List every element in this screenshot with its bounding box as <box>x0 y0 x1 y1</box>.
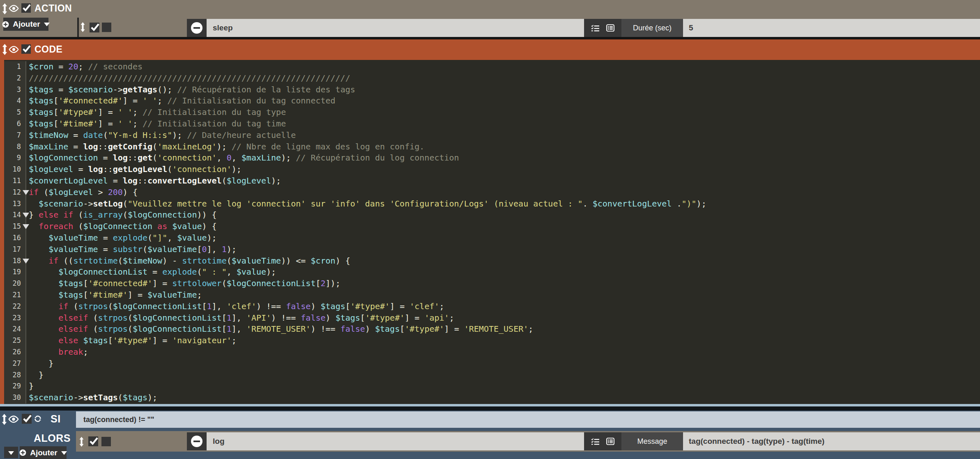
row-enabled-checkbox[interactable] <box>90 23 99 32</box>
drag-handle-icon[interactable] <box>2 44 7 55</box>
code-text[interactable]: foreach ($logConnection as $value) { <box>26 221 217 232</box>
code-text[interactable]: $logConnectionList = explode(" : ", $val… <box>26 266 276 278</box>
line-number: 9 <box>4 152 26 164</box>
code-line[interactable]: 19 $logConnectionList = explode(" : ", $… <box>4 266 980 278</box>
code-line[interactable]: 13 $scenario->setLog("Veuillez mettre le… <box>4 198 980 210</box>
code-text[interactable]: $cron = 20; // secondes <box>26 61 143 73</box>
eye-icon[interactable] <box>8 46 19 53</box>
list-check-icon[interactable] <box>591 25 600 32</box>
code-editor[interactable]: 1$cron = 20; // secondes2///////////////… <box>0 60 980 404</box>
list-check-icon[interactable] <box>591 438 600 445</box>
drag-handle-icon[interactable] <box>2 414 7 425</box>
code-line[interactable]: 15 foreach ($logConnection as $value) { <box>4 221 980 232</box>
code-line[interactable]: 27 } <box>4 358 980 369</box>
code-line[interactable]: 3$tags = $scenario->getTags(); // Récupé… <box>4 84 980 96</box>
code-text[interactable]: $tags['#time#'] = $valueTime; <box>26 289 202 301</box>
table-list-icon[interactable] <box>606 438 614 445</box>
code-line[interactable]: 10$logLevel = log::getLogLevel('connecti… <box>4 164 980 175</box>
code-text[interactable]: $tags = $scenario->getTags(); // Récupér… <box>26 84 355 96</box>
code-header: CODE <box>0 39 980 60</box>
code-line[interactable]: 23 elseif (strpos($logConnectionList[1],… <box>4 312 980 324</box>
code-text[interactable]: ////////////////////////////////////////… <box>26 73 350 84</box>
code-text[interactable]: } <box>26 381 34 392</box>
code-text[interactable]: $convertLogLevel = log::convertLogLevel(… <box>26 175 281 187</box>
line-number: 6 <box>4 118 26 130</box>
code-text[interactable]: elseif (strpos($logConnectionList[1], 'R… <box>26 324 533 335</box>
code-text[interactable]: } <box>26 358 53 369</box>
code-line[interactable]: 8$maxLine = log::getConfig('maxLineLog')… <box>4 141 980 153</box>
action-param-value-input[interactable]: 5 <box>683 19 980 37</box>
code-line[interactable]: 26 break; <box>4 347 980 358</box>
fold-marker-icon[interactable] <box>23 259 29 267</box>
action-add-button[interactable]: Ajouter <box>3 18 48 31</box>
code-line[interactable]: 30$scenario->setTags($tags); <box>4 392 980 404</box>
si-condition-input[interactable]: tag(connected) != "" <box>76 411 980 428</box>
collapse-button[interactable] <box>4 447 18 458</box>
code-enabled-checkbox[interactable] <box>21 44 31 54</box>
eye-icon[interactable] <box>8 415 19 423</box>
si-enabled-checkbox[interactable] <box>22 414 32 424</box>
code-text[interactable]: $maxLine = log::getConfig('maxLineLog');… <box>26 141 424 153</box>
code-line[interactable]: 1$cron = 20; // secondes <box>4 61 980 73</box>
code-text[interactable]: $valueTime = explode("]", $value); <box>26 232 217 244</box>
code-line[interactable]: 4$tags['#connected#'] = ' '; // Initiali… <box>4 95 980 107</box>
code-text[interactable]: $logLevel = log::getLogLevel('connection… <box>26 164 242 175</box>
code-line[interactable]: 22 if (strpos($logConnectionList[1], 'cl… <box>4 301 980 312</box>
fold-marker-icon[interactable] <box>23 224 29 232</box>
code-text[interactable]: if ((strtotime($timeNow) - strtotime($va… <box>26 255 350 267</box>
table-list-icon[interactable] <box>606 24 614 32</box>
row-secondary-checkbox[interactable] <box>102 23 111 32</box>
code-text[interactable]: $tags['#type#'] = ' '; // Initialisation… <box>26 107 286 118</box>
code-line[interactable]: 2///////////////////////////////////////… <box>4 73 980 84</box>
code-line[interactable]: 11$convertLogLevel = log::convertLogLeve… <box>4 175 980 187</box>
remove-action-button[interactable] <box>187 432 207 450</box>
then-param-label: Message <box>621 432 683 450</box>
code-text[interactable]: } <box>26 369 44 381</box>
code-line[interactable]: 29} <box>4 381 980 392</box>
fold-marker-icon[interactable] <box>23 190 29 198</box>
code-text[interactable]: $timeNow = date("Y-m-d H:i:s"); // Date/… <box>26 130 296 141</box>
code-text[interactable]: } else if (is_array($logConnection)) { <box>26 209 217 221</box>
check-icon <box>23 415 31 422</box>
code-line[interactable]: 12if ($logLevel > 200) { <box>4 187 980 198</box>
code-line[interactable]: 24 elseif (strpos($logConnectionList[1],… <box>4 324 980 335</box>
code-line[interactable]: 17 $valueTime = substr($valueTime[0], 1)… <box>4 244 980 255</box>
code-text[interactable]: break; <box>26 347 88 358</box>
code-text[interactable]: $scenario->setTags($tags); <box>26 392 157 404</box>
code-line[interactable]: 20 $tags['#connected#'] = strtolower($lo… <box>4 278 980 289</box>
code-text[interactable]: $tags['#time#'] = ' '; // Initialisation… <box>26 118 286 130</box>
remove-action-button[interactable] <box>187 19 207 37</box>
code-text[interactable]: $scenario->setLog("Veuillez mettre le lo… <box>26 198 706 210</box>
code-text[interactable]: elseif (strpos($logConnectionList[1], 'A… <box>26 312 454 324</box>
code-text[interactable]: $tags['#connected#'] = ' '; // Initialis… <box>26 95 336 107</box>
action-command-input[interactable]: sleep <box>207 19 584 37</box>
row-secondary-checkbox[interactable] <box>101 437 111 446</box>
code-text[interactable]: $tags['#connected#'] = strtolower($logCo… <box>26 278 340 289</box>
code-line[interactable]: 18 if ((strtotime($timeNow) - strtotime(… <box>4 255 980 267</box>
row-drag-handle-icon[interactable] <box>79 437 84 447</box>
code-line[interactable]: 28 } <box>4 369 980 381</box>
then-param-value-input[interactable]: tag(connected) - tag(type) - tag(time) <box>683 432 980 450</box>
refresh-icon[interactable] <box>34 415 42 423</box>
si-add-button[interactable]: Ajouter <box>20 446 67 459</box>
then-command-input[interactable]: log <box>207 432 584 450</box>
eye-icon[interactable] <box>8 5 19 12</box>
code-text[interactable]: else $tags['#type#'] = 'navigateur'; <box>26 335 237 347</box>
code-line[interactable]: 25 else $tags['#type#'] = 'navigateur'; <box>4 335 980 347</box>
row-drag-handle-icon[interactable] <box>81 22 85 32</box>
code-text[interactable]: $logConnection = log::get('connection', … <box>26 152 459 164</box>
code-line[interactable]: 14} else if (is_array($logConnection)) { <box>4 209 980 221</box>
code-text[interactable]: $valueTime = substr($valueTime[0], 1); <box>26 244 237 255</box>
code-line[interactable]: 16 $valueTime = explode("]", $value); <box>4 232 980 244</box>
fold-marker-icon[interactable] <box>23 213 29 221</box>
code-text[interactable]: if ($logLevel > 200) { <box>26 187 138 198</box>
code-line[interactable]: 6$tags['#time#'] = ' '; // Initialisatio… <box>4 118 980 130</box>
code-line[interactable]: 21 $tags['#time#'] = $valueTime; <box>4 289 980 301</box>
code-line[interactable]: 5$tags['#type#'] = ' '; // Initialisatio… <box>4 107 980 118</box>
code-text[interactable]: if (strpos($logConnectionList[1], 'clef'… <box>26 301 444 312</box>
row-enabled-checkbox[interactable] <box>88 436 98 446</box>
drag-handle-icon[interactable] <box>2 3 7 14</box>
code-line[interactable]: 9$logConnection = log::get('connection',… <box>4 152 980 164</box>
code-line[interactable]: 7$timeNow = date("Y-m-d H:i:s"); // Date… <box>4 130 980 141</box>
action-enabled-checkbox[interactable] <box>21 3 31 13</box>
